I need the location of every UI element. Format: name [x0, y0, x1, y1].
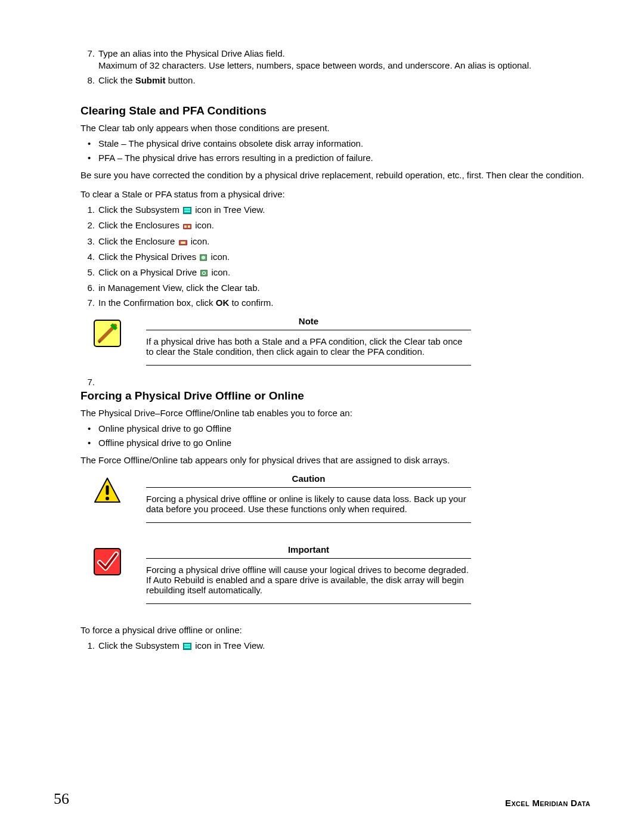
note-callout: Note If a physical drive has both a Stal… — [92, 316, 590, 371]
caution-body-cell: Caution Forcing a physical drive offline… — [128, 473, 590, 529]
step-text: icon. — [191, 236, 210, 246]
section-heading-forcing: Forcing a Physical Drive Offline or Onli… — [80, 389, 590, 402]
bullet-list: Stale – The physical drive contains obso… — [80, 138, 590, 165]
callout-body: Forcing a physical drive offline will ca… — [146, 565, 471, 595]
list-item: 7. In the Confirmation box, click OK to … — [98, 297, 590, 309]
body-text: The Physical Drive–Force Offline/Online … — [80, 407, 590, 419]
list-item: 2. Click the Enclosures icon. — [98, 219, 590, 233]
step-text: Click the Enclosure — [98, 236, 178, 246]
subsystem-icon — [183, 205, 191, 217]
body-text: The Clear tab only appears when those co… — [80, 122, 590, 134]
footer-brand: Excel Meridian Data — [505, 798, 590, 808]
step-number: 1. — [80, 204, 95, 216]
step-text: Click the Subsystem — [98, 205, 182, 215]
important-icon — [92, 544, 128, 578]
step-text: Click the Physical Drives — [98, 252, 199, 262]
step-text: to confirm. — [229, 298, 273, 308]
step-text: Click the Subsystem — [98, 640, 182, 651]
step-text: icon in Tree View. — [195, 640, 265, 651]
physical-drives-icon — [200, 252, 207, 264]
divider — [146, 603, 471, 604]
callout-title: Caution — [146, 473, 471, 484]
list-item: Offline physical drive to go Online — [98, 437, 590, 449]
page-number: 56 — [54, 790, 69, 808]
step-number: 4. — [80, 251, 95, 263]
list-item: Stale – The physical drive contains obso… — [98, 138, 590, 150]
list-item: 1. Click the Subsystem icon in Tree View… — [98, 204, 590, 217]
step-text: in Management View, click the Clear tab. — [98, 283, 260, 293]
important-body-cell: Important Forcing a physical drive offli… — [128, 544, 590, 610]
step-number: 6. — [80, 282, 95, 294]
step-number: 3. — [80, 236, 95, 247]
step-text: button. — [166, 75, 196, 85]
step-text: icon. — [211, 252, 230, 262]
bold-word: OK — [216, 298, 230, 308]
bold-word: Submit — [135, 75, 166, 85]
step-text: Maximum of 32 characters. Use letters, n… — [98, 60, 531, 70]
step-number: 2. — [80, 219, 95, 231]
list-item: 1. Click the Subsystem icon in Tree View… — [98, 640, 590, 653]
clear-steps-list: 1. Click the Subsystem icon in Tree View… — [80, 204, 590, 309]
divider — [146, 487, 471, 488]
list-item: 6. in Management View, click the Clear t… — [98, 282, 590, 294]
step-text: Click the Enclosures — [98, 220, 182, 230]
callout-body: Forcing a physical drive offline or onli… — [146, 494, 471, 514]
step-number: 8. — [80, 75, 95, 86]
callout-title: Important — [146, 544, 471, 555]
step-text: icon in Tree View. — [195, 205, 265, 215]
caution-callout: Caution Forcing a physical drive offline… — [92, 473, 590, 529]
list-item: 4. Click the Physical Drives icon. — [98, 251, 590, 264]
list-item: Online physical drive to go Offline — [98, 423, 590, 435]
step-text: icon. — [211, 267, 230, 277]
step-text: In the Confirmation box, click — [98, 298, 216, 308]
note-body-cell: Note If a physical drive has both a Stal… — [128, 316, 590, 371]
section-heading-clearing: Clearing Stale and PFA Conditions — [80, 104, 590, 117]
document-page: 7. Type an alias into the Physical Drive… — [0, 0, 644, 833]
step-number: 7. — [80, 297, 95, 309]
step-text: Click the — [98, 75, 135, 85]
list-item: 7. Type an alias into the Physical Drive… — [98, 48, 590, 72]
callout-title: Note — [146, 316, 471, 326]
enclosure-icon — [179, 237, 187, 249]
subsystem-icon — [183, 641, 191, 653]
divider — [146, 558, 471, 559]
enclosures-icon — [183, 221, 191, 233]
bullet-list: Online physical drive to go Offline Offl… — [80, 423, 590, 450]
step-text: Type an alias into the Physical Drive Al… — [98, 48, 285, 58]
list-item: 3. Click the Enclosure icon. — [98, 236, 590, 249]
step-number: 1. — [80, 640, 95, 652]
caution-icon — [92, 473, 128, 507]
step-number: 7. — [80, 376, 95, 388]
physical-drive-icon — [200, 268, 208, 280]
callout-body: If a physical drive has both a Stale and… — [146, 336, 471, 357]
list-item: PFA – The physical drive has errors resu… — [98, 152, 590, 164]
force-steps-list: 1. Click the Subsystem icon in Tree View… — [80, 640, 590, 653]
step-number: 5. — [80, 267, 95, 278]
body-text: To clear a Stale or PFA status from a ph… — [80, 188, 590, 200]
note-icon — [92, 316, 128, 350]
important-callout: Important Forcing a physical drive offli… — [92, 544, 590, 610]
divider — [146, 522, 471, 523]
step-text: Click on a Physical Drive — [98, 267, 199, 277]
step-text: icon. — [195, 220, 214, 230]
page-footer: 56 Excel Meridian Data — [54, 790, 590, 808]
body-text: To force a physical drive offline or onl… — [80, 624, 590, 636]
prior-step-list: 7. Type an alias into the Physical Drive… — [80, 48, 590, 86]
divider — [146, 330, 471, 330]
body-text: Be sure you have corrected the condition… — [80, 169, 590, 181]
step-number: 7. — [80, 48, 95, 60]
body-text: The Force Offline/Online tab appears onl… — [80, 454, 590, 466]
divider — [146, 365, 471, 366]
list-item: 8. Click the Submit button. — [98, 75, 590, 86]
list-item: 5. Click on a Physical Drive icon. — [98, 267, 590, 280]
